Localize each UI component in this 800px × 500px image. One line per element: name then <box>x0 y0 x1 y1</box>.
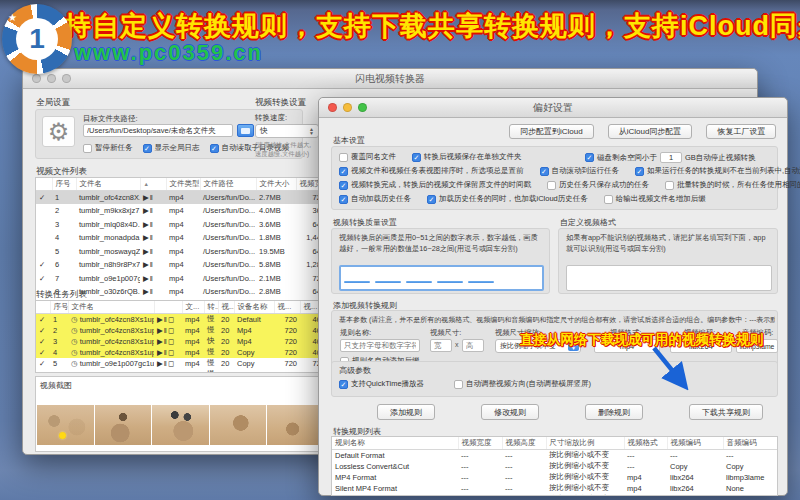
col-num[interactable]: 序号 <box>52 178 76 191</box>
file-row[interactable]: ✓ 6 tumblr_n8h9r8Px7... ▶‖ mp4 /Users/fu… <box>36 258 327 272</box>
rules-table[interactable]: 规则名称 视频宽度 视频高度 尺寸缩放比例 视频格式 视频编码 音频编码 Def… <box>331 436 778 496</box>
task-row[interactable]: ✓ 4 ◷ tumblr_ofc4zcn8Xs1upw... ▶‖◻ mp4 慢… <box>36 347 327 358</box>
task-row[interactable]: ✓ 2 ◷ tumblr_ofc4zcn8Xs1upw... ▶‖◻ mp4 慢… <box>36 325 327 336</box>
video-thumbnail[interactable] <box>152 405 209 445</box>
play-pause-stop-icons[interactable]: ▶‖◻ <box>154 336 182 347</box>
play-pause-stop-icons[interactable]: ▶‖◻ <box>154 314 182 325</box>
video-thumbnail[interactable] <box>267 405 324 445</box>
file-row[interactable]: 5 tumblr_moswayqZ... ▶‖ mp4 /Users/fun/D… <box>36 245 327 259</box>
play-pause-icons[interactable]: ▶‖ <box>140 258 166 272</box>
choose-folder-button[interactable] <box>237 124 254 137</box>
checkbox-icon[interactable]: ✓ <box>339 195 348 204</box>
file-list-table[interactable]: 序号 文件名 ▲ 文件类型 文件路径 文件大小 视频宽 ✓ 1 <box>35 177 327 305</box>
rule-row[interactable]: iPhone(3G) 320 480 按比例缩小或不变 mp4 libx264 … <box>332 494 778 497</box>
task-list-header[interactable]: 序号 文件名 文... 转... 视... 设备名称 视... 视... <box>36 301 327 314</box>
checkbox-icon[interactable] <box>339 153 348 162</box>
play-pause-icons[interactable]: ▶‖ <box>140 218 166 232</box>
col-type[interactable]: 文件类型 <box>166 178 200 191</box>
checkbox-icon[interactable]: ✓ <box>427 195 436 204</box>
rule-button[interactable]: 下载共享规则 <box>689 404 763 420</box>
width-input[interactable] <box>430 339 452 352</box>
speed-select[interactable]: 快 ▲▼ <box>255 124 319 138</box>
rules-header[interactable]: 规则名称 视频宽度 视频高度 尺寸缩放比例 视频格式 视频编码 音频编码 <box>332 437 778 450</box>
checkbox-icon[interactable]: ✓ <box>339 181 348 190</box>
checkbox-icon[interactable] <box>665 181 674 190</box>
rule-row[interactable]: Default Format --- --- 按比例缩小或不变 --- --- … <box>332 450 778 461</box>
checkbox-icon[interactable]: ✓ <box>339 380 348 389</box>
quality-tag[interactable] <box>344 281 370 283</box>
main-titlebar[interactable]: 闪电视频转换器 <box>23 69 757 89</box>
minimize-icon[interactable] <box>47 74 56 83</box>
file-row[interactable]: 2 tumblr_m9kx8xjz7... ▶‖ mp4 /Users/fun/… <box>36 204 327 218</box>
video-filmstrip[interactable] <box>37 405 325 445</box>
global-checkbox[interactable]: ✓ 显示全局日志 <box>143 143 200 153</box>
checkbox-icon[interactable] <box>454 380 463 389</box>
task-row[interactable]: ✓ 1 ◷ tumblr_ofc4zcn8Xs1upw... ▶‖◻ mp4 慢… <box>36 314 327 325</box>
col-path[interactable]: 文件路径 <box>200 178 256 191</box>
height-input[interactable] <box>462 339 484 352</box>
basic-checkbox[interactable]: 批量转换的时候，所有任务使用相同的时间片 <box>665 180 800 190</box>
checkbox-icon[interactable]: ✓ <box>635 167 644 176</box>
minimize-icon[interactable] <box>343 103 352 112</box>
global-checkbox[interactable]: 暂停新任务 <box>83 143 133 153</box>
basic-checkbox[interactable]: ✓ 视频转换完成，转换后的视频文件保留原文件的时间戳 <box>339 180 531 190</box>
video-thumbnail[interactable] <box>95 405 152 445</box>
checkbox-icon[interactable]: ✓ <box>143 144 152 153</box>
advanced-checkbox[interactable]: ✓ 支持QuickTime播放器 <box>339 379 424 389</box>
play-pause-icons[interactable]: ▶‖ <box>140 272 166 286</box>
rule-button[interactable]: 删除规则 <box>585 404 643 420</box>
play-pause-stop-icons[interactable]: ▶‖◻ <box>154 369 182 374</box>
checkbox-icon[interactable]: ✓ <box>585 153 594 162</box>
icloud-sync-button[interactable]: 同步配置到iCloud <box>509 124 594 139</box>
play-pause-icons[interactable]: ▶‖ <box>140 285 166 299</box>
basic-checkbox[interactable]: ✓ 转换后视频保存在单独文件夹 <box>412 152 522 162</box>
file-list-header[interactable]: 序号 文件名 ▲ 文件类型 文件路径 文件大小 视频宽 <box>36 178 327 191</box>
stepper-icon[interactable]: ▲▼ <box>306 126 317 136</box>
col-name[interactable]: 文件名 <box>76 178 140 191</box>
custom-format-input[interactable] <box>566 265 772 291</box>
zoom-icon[interactable] <box>62 74 71 83</box>
basic-checkbox[interactable]: ✓ 视频文件和视频任务表视图排序时，所选项总是置前 <box>339 166 524 176</box>
basic-checkbox[interactable]: ✓ 自动加载历史任务 <box>339 194 411 204</box>
file-row[interactable]: ✓ 1 tumblr_ofc4zcn8X... ▶‖ mp4 /Users/fu… <box>36 191 327 205</box>
checkbox-icon[interactable] <box>547 181 556 190</box>
checkbox-icon[interactable] <box>83 144 92 153</box>
disk-space-input[interactable] <box>660 152 682 163</box>
play-pause-stop-icons[interactable]: ▶‖◻ <box>154 325 182 336</box>
col-size[interactable]: 文件大小 <box>256 178 296 191</box>
play-pause-icons[interactable]: ▶‖ <box>140 245 166 259</box>
video-thumbnail[interactable] <box>37 405 94 445</box>
basic-checkbox[interactable]: ✓ 如果运行任务的转换规则不在当前列表中,自动添加 <box>635 166 800 176</box>
basic-checkbox[interactable]: 历史任务只保存成功的任务 <box>547 180 649 190</box>
checkbox-icon[interactable]: ✓ <box>412 153 421 162</box>
basic-checkbox[interactable]: ✓ 自动滚动到运行任务 <box>540 166 620 176</box>
main-traffic-lights[interactable] <box>32 74 71 83</box>
task-row[interactable]: ✓ 6 ◷ tumblr_n8h9r8Px7u1s4qo... ▶‖◻ mp4 … <box>36 369 327 374</box>
file-row[interactable]: ✓ 7 tumblr_o9e1p007g... ▶‖ mp4 /Users/fu… <box>36 272 327 286</box>
rule-button[interactable]: 添加规则 <box>377 404 435 420</box>
sort-asc-icon[interactable]: ▲ <box>140 178 166 191</box>
play-pause-stop-icons[interactable]: ▶‖◻ <box>154 358 182 369</box>
checkbox-icon[interactable] <box>604 195 613 204</box>
checkbox-icon[interactable]: ✓ <box>210 144 219 153</box>
file-row[interactable]: 3 tumblr_mlq08x4D... ▶‖ mp4 /Users/fun/D… <box>36 218 327 232</box>
play-pause-icons[interactable]: ▶‖ <box>140 231 166 245</box>
prefs-traffic-lights[interactable] <box>328 103 367 112</box>
task-list-table[interactable]: 序号 文件名 文... 转... 视... 设备名称 视... 视... <box>35 300 327 373</box>
icloud-sync-button[interactable]: 从iCloud同步配置 <box>608 124 693 139</box>
icloud-sync-button[interactable]: 恢复工厂设置 <box>706 124 776 139</box>
prefs-titlebar[interactable]: 偏好设置 <box>319 98 787 118</box>
close-icon[interactable] <box>32 74 41 83</box>
play-pause-icons[interactable]: ▶‖ <box>140 191 166 205</box>
basic-checkbox[interactable]: 给输出视频文件名增加后缀 <box>604 194 706 204</box>
task-row[interactable]: ✓ 3 ◷ tumblr_ofc4zcn8Xs1upw... ▶‖◻ mp4 快… <box>36 336 327 347</box>
checkbox-icon[interactable]: ✓ <box>540 167 549 176</box>
rule-name-input[interactable] <box>340 339 420 352</box>
quality-tags-input[interactable] <box>339 265 544 291</box>
rule-row[interactable]: MP4 Format --- --- 按比例缩小或不变 mp4 libx264 … <box>332 472 778 483</box>
rule-row[interactable]: Lossless Convert&Cut --- --- 按比例缩小或不变 --… <box>332 461 778 472</box>
zoom-icon[interactable] <box>358 103 367 112</box>
file-row[interactable]: 4 tumblr_monadpda... ▶‖ mp4 /Users/fun/D… <box>36 231 327 245</box>
task-row[interactable]: ✓ 5 ◷ tumblr_o9e1p007gc1uiue... ▶‖◻ mp4 … <box>36 358 327 369</box>
target-path-input[interactable] <box>83 124 233 137</box>
